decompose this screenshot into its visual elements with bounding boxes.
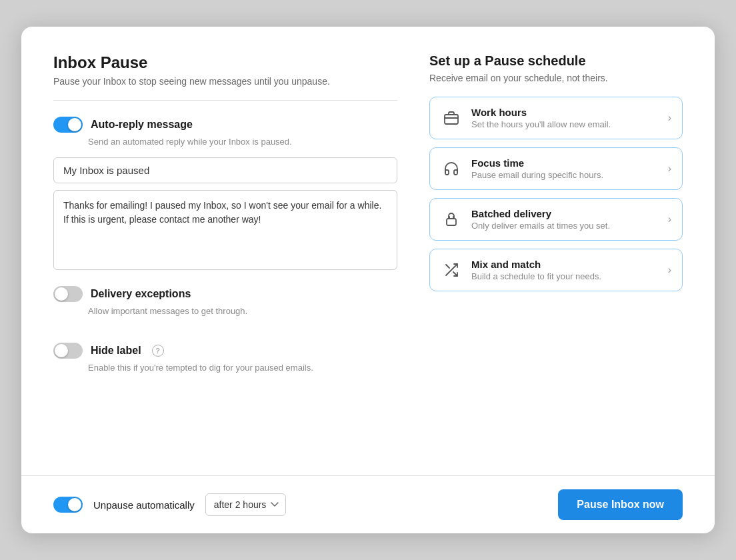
focus-time-chevron-icon: › [668, 163, 671, 175]
hide-label-label: Hide label [91, 345, 141, 357]
schedule-card-focus-time[interactable]: Focus time Pause email during specific h… [429, 147, 683, 190]
main-card: Inbox Pause Pause your Inbox to stop see… [21, 27, 715, 533]
batched-delivery-name: Batched delivery [471, 208, 659, 219]
mix-match-text: Mix and match Build a schedule to fit yo… [471, 259, 659, 281]
unpause-automatically-toggle[interactable] [53, 497, 83, 513]
schedule-card-batched-delivery[interactable]: Batched delivery Only deliver emails at … [429, 198, 683, 241]
body-textarea[interactable]: Thanks for emailing! I paused my Inbox, … [53, 190, 397, 270]
work-hours-desc: Set the hours you'll allow new email. [471, 119, 659, 129]
work-hours-name: Work hours [471, 107, 659, 118]
svg-rect-2 [447, 219, 456, 225]
focus-time-desc: Pause email during specific hours. [471, 170, 659, 180]
footer-left: Unpause automatically after 2 hours afte… [53, 493, 286, 516]
mix-match-chevron-icon: › [668, 264, 671, 276]
shuffle-icon [441, 259, 462, 281]
hide-label-help-icon[interactable]: ? [152, 345, 164, 357]
delivery-exceptions-label: Delivery exceptions [91, 288, 191, 300]
autoreply-label: Auto-reply message [91, 119, 193, 131]
briefcase-icon [441, 107, 462, 129]
svg-line-7 [446, 265, 449, 268]
lock-batch-icon [441, 209, 462, 230]
divider [53, 100, 397, 101]
hide-label-section: Hide label ? Enable this if you're tempt… [53, 343, 397, 383]
batched-delivery-text: Batched delivery Only deliver emails at … [471, 208, 659, 231]
schedule-subtitle: Receive email on your schedule, not thei… [429, 73, 683, 83]
right-panel: Set up a Pause schedule Receive email on… [429, 53, 683, 454]
mix-match-desc: Build a schedule to fit your needs. [471, 271, 659, 281]
batched-delivery-desc: Only deliver emails at times you set. [471, 221, 659, 231]
hide-label-desc: Enable this if you're tempted to dig for… [88, 363, 397, 373]
autoreply-toggle[interactable] [53, 117, 83, 133]
subject-input[interactable] [53, 157, 397, 183]
hide-label-toggle[interactable] [53, 343, 83, 359]
schedule-card-mix-match[interactable]: Mix and match Build a schedule to fit yo… [429, 249, 683, 291]
focus-time-text: Focus time Pause email during specific h… [471, 157, 659, 180]
card-body: Inbox Pause Pause your Inbox to stop see… [21, 27, 715, 475]
work-hours-text: Work hours Set the hours you'll allow ne… [471, 107, 659, 129]
left-panel: Inbox Pause Pause your Inbox to stop see… [53, 53, 397, 454]
focus-time-name: Focus time [471, 157, 659, 169]
headphones-icon [441, 158, 462, 179]
delivery-exceptions-toggle[interactable] [53, 286, 83, 302]
page-title: Inbox Pause [53, 53, 397, 72]
delivery-exceptions-section: Delivery exceptions Allow important mess… [53, 286, 397, 327]
schedule-title: Set up a Pause schedule [429, 53, 683, 69]
autoreply-toggle-row: Auto-reply message [53, 117, 397, 133]
hide-label-toggle-row: Hide label ? [53, 343, 397, 359]
work-hours-chevron-icon: › [668, 112, 671, 124]
delivery-exceptions-desc: Allow important messages to get through. [88, 306, 397, 316]
mix-match-name: Mix and match [471, 259, 659, 270]
card-footer: Unpause automatically after 2 hours afte… [21, 475, 715, 533]
batched-delivery-chevron-icon: › [668, 213, 671, 225]
schedule-card-work-hours[interactable]: Work hours Set the hours you'll allow ne… [429, 97, 683, 139]
delivery-exceptions-toggle-row: Delivery exceptions [53, 286, 397, 302]
page-subtitle: Pause your Inbox to stop seeing new mess… [53, 76, 397, 87]
unpause-automatically-label: Unpause automatically [93, 499, 195, 511]
autoreply-desc: Send an automated reply while your Inbox… [88, 137, 397, 147]
svg-rect-0 [445, 115, 458, 124]
duration-select[interactable]: after 2 hours after 4 hours after 8 hour… [205, 493, 286, 516]
pause-inbox-now-button[interactable]: Pause Inbox now [558, 489, 683, 520]
